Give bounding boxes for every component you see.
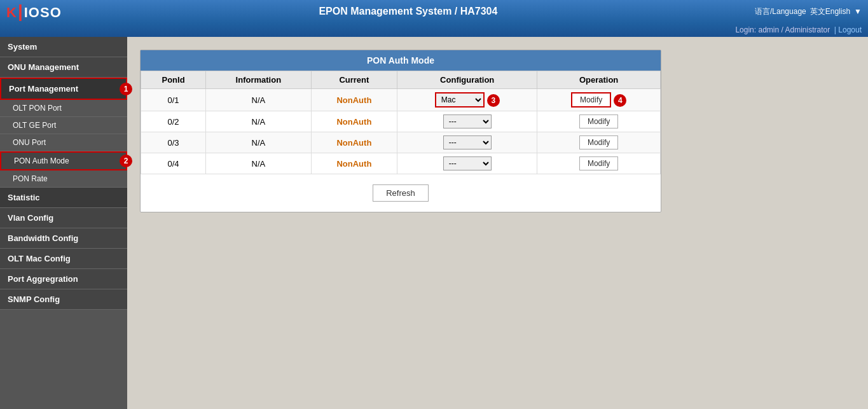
cell-operation[interactable]: Modify4 [537,89,661,111]
sidebar-item-onu-management[interactable]: ONU Management [0,57,127,78]
annotation-badge-4: 4 [614,94,626,107]
col-header-configuration: Configuration [397,71,537,89]
modify-button-row-1[interactable]: Modify [579,114,618,128]
sidebar-item-olt-mac-config[interactable]: OLT Mac Config [0,249,127,269]
sidebar-item-system[interactable]: System [0,37,127,57]
cell-ponid: 0/4 [141,153,206,174]
sidebar-item-pon-auth-mode-label: PON Auth Mode [14,156,69,165]
sidebar-item-onu-port[interactable]: ONU Port [0,134,127,151]
sidebar-item-port-management-label: Port Management [9,84,78,94]
annotation-badge-3: 3 [487,94,500,107]
col-header-information: Information [206,71,311,89]
sidebar-item-olt-ge-port-label: OLT GE Port [13,121,56,130]
logo-letter-s: S [40,4,50,20]
header-language[interactable]: 语言/Language 英文English ▼ [755,6,862,17]
cell-operation[interactable]: Modify [537,132,661,153]
pon-auth-mode-table-container: PON Auth Mode PonId Information Current … [140,50,661,212]
cell-information: N/A [206,132,311,153]
cell-ponid: 0/3 [141,132,206,153]
refresh-button[interactable]: Refresh [373,184,429,202]
sidebar-item-snmp-config[interactable]: SNMP Config [0,289,127,310]
login-info: Login: admin / Administrator [735,25,830,34]
config-select-row-0[interactable]: ---MacLoidMacLoid [435,92,485,107]
cell-information: N/A [206,153,311,174]
sidebar-item-olt-pon-port[interactable]: OLT PON Port [0,100,127,117]
language-value[interactable]: 英文English [810,6,850,17]
cell-configuration[interactable]: ---MacLoidMacLoid [397,132,537,153]
sidebar-item-bandwidth-config-label: Bandwidth Config [8,233,78,243]
logout-link[interactable]: | Logout [834,25,862,34]
sidebar-item-vlan-config-label: Vlan Config [8,213,53,223]
cell-information: N/A [206,89,311,111]
sidebar-item-port-aggregration[interactable]: Port Aggregration [0,269,127,289]
sidebar-item-pon-rate-label: PON Rate [13,174,48,183]
modify-button-row-2[interactable]: Modify [579,135,618,149]
sidebar-item-pon-rate[interactable]: PON Rate [0,170,127,188]
cell-current: NonAuth [311,111,397,132]
logo-letter-o: O [29,4,40,20]
annotation-badge-2: 2 [120,155,132,167]
modify-button-row-3[interactable]: Modify [579,156,618,170]
logo-letter-i: I [24,4,29,20]
col-header-ponid: PonId [141,71,206,89]
cell-current: NonAuth [311,153,397,174]
sidebar-item-port-management[interactable]: Port Management 1 [0,78,127,100]
table-title: PON Auth Mode [141,50,661,71]
logo-letter-k: K [6,4,17,20]
table-row: 0/1N/ANonAuth---MacLoidMacLoid3Modify4 [141,89,661,111]
logo-letter-o2: O [50,4,62,20]
col-header-current: Current [311,71,397,89]
header-top: K|IOSO EPON Management System / HA7304 语… [0,0,868,23]
language-label: 语言/Language [755,6,806,17]
sidebar-item-system-label: System [8,42,37,52]
sidebar: System ONU Management Port Management 1 … [0,37,127,409]
cell-ponid: 0/2 [141,111,206,132]
config-select-row-2[interactable]: ---MacLoidMacLoid [443,135,492,149]
modify-button-row-0[interactable]: Modify [571,92,611,107]
logo-bar: | [18,1,24,21]
content-area: PON Auth Mode PonId Information Current … [127,37,868,409]
col-header-operation: Operation [537,71,661,89]
cell-operation[interactable]: Modify [537,111,661,132]
config-select-row-3[interactable]: ---MacLoidMacLoid [443,156,492,170]
header-bottom: Login: admin / Administrator | Logout [0,23,868,37]
header-title: EPON Management System / HA7304 [62,6,755,17]
refresh-area: Refresh [141,174,661,212]
config-select-row-1[interactable]: ---MacLoidMacLoid [443,114,492,128]
table-row: 0/3N/ANonAuth---MacLoidMacLoidModify [141,132,661,153]
pon-auth-mode-table: PonId Information Current Configuration … [141,71,661,174]
cell-ponid: 0/1 [141,89,206,111]
cell-configuration[interactable]: ---MacLoidMacLoid [397,153,537,174]
sidebar-item-statistic-label: Statistic [8,193,40,202]
logo: K|IOSO [6,1,62,22]
language-chevron-icon: ▼ [854,7,862,16]
sidebar-item-bandwidth-config[interactable]: Bandwidth Config [0,228,127,249]
table-row: 0/2N/ANonAuth---MacLoidMacLoidModify [141,111,661,132]
cell-configuration[interactable]: ---MacLoidMacLoid3 [397,89,537,111]
cell-information: N/A [206,111,311,132]
main-layout: System ONU Management Port Management 1 … [0,37,868,409]
sidebar-item-onu-port-label: ONU Port [13,138,46,147]
cell-current: NonAuth [311,132,397,153]
cell-configuration[interactable]: ---MacLoidMacLoid [397,111,537,132]
annotation-badge-1: 1 [120,83,132,95]
sidebar-item-port-aggregration-label: Port Aggregration [8,274,78,284]
sidebar-item-onu-management-label: ONU Management [8,62,79,72]
cell-operation[interactable]: Modify [537,153,661,174]
sidebar-item-snmp-config-label: SNMP Config [8,295,60,304]
sidebar-item-olt-ge-port[interactable]: OLT GE Port [0,117,127,134]
sidebar-item-olt-pon-port-label: OLT PON Port [13,104,62,113]
sidebar-item-pon-auth-mode[interactable]: PON Auth Mode 2 [0,151,127,170]
cell-current: NonAuth [311,89,397,111]
sidebar-item-statistic[interactable]: Statistic [0,188,127,208]
sidebar-item-olt-mac-config-label: OLT Mac Config [8,254,71,263]
sidebar-item-vlan-config[interactable]: Vlan Config [0,208,127,228]
table-row: 0/4N/ANonAuth---MacLoidMacLoidModify [141,153,661,174]
